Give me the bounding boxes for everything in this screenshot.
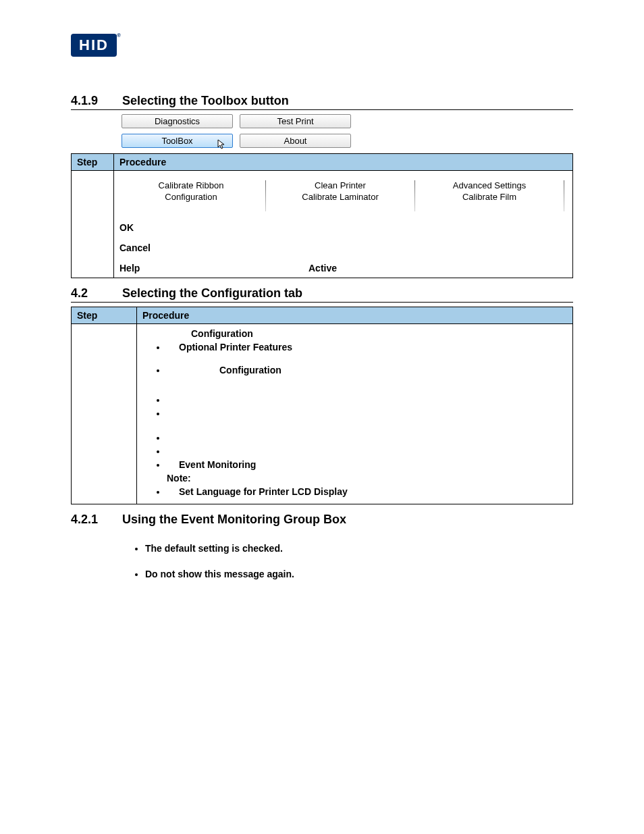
tab-calibrate-ribbon[interactable]: Calibrate Ribbon Configuration (119, 179, 263, 213)
list-item (167, 446, 567, 457)
list-item: Set Language for Printer LCD Display (167, 486, 567, 497)
tab-label: Advanced Settings (453, 180, 526, 190)
config-label: Configuration (191, 328, 567, 339)
list-item: Event Monitoring (167, 459, 567, 470)
about-button[interactable]: About (240, 134, 351, 148)
th-procedure: Procedure (114, 154, 573, 171)
help-label: Help (119, 263, 308, 273)
list-item: Optional Printer Features (167, 342, 567, 353)
step-cell (72, 171, 114, 278)
tab-label: Configuration (119, 192, 263, 203)
item-label: Event Monitoring (179, 459, 256, 470)
list-item (167, 408, 567, 419)
th-step: Step (72, 307, 137, 323)
list-item (167, 432, 567, 443)
procedure-cell: Configuration Optional Printer Features … (137, 323, 573, 504)
tab-label: Clean Printer (315, 180, 366, 190)
active-label: Active (308, 263, 337, 273)
toolbox-button[interactable]: ToolBox (122, 134, 233, 148)
toolbox-button-grid: Diagnostics Test Print ToolBox About (122, 114, 573, 148)
tab-advanced-settings[interactable]: Advanced Settings Calibrate Film (418, 179, 561, 213)
tab-separator (265, 180, 266, 211)
procedure-table-419: Step Procedure Calibrate Ribbon Configur… (71, 153, 573, 278)
tab-label: Calibrate Ribbon (159, 180, 224, 190)
procedure-cell: Calibrate Ribbon Configuration Clean Pri… (114, 171, 573, 278)
step-cell (72, 323, 137, 504)
logo-text: HID (79, 36, 109, 53)
procedure-list: Optional Printer Features Configuration … (142, 342, 567, 470)
procedure-list-2: Set Language for Printer LCD Display (142, 486, 567, 497)
list-item: The default setting is checked. (145, 543, 573, 554)
tab-separator (414, 180, 415, 211)
item-label: Optional Printer Features (179, 342, 292, 353)
note-label: Note: (167, 473, 567, 484)
item-label: Set Language for Printer LCD Display (179, 486, 348, 497)
brand-logo: HID ® (71, 34, 573, 57)
item-label: Configuration (219, 365, 281, 375)
cancel-label: Cancel (119, 242, 567, 253)
body-bullet-list: The default setting is checked. Do not s… (145, 543, 573, 579)
tab-separator (564, 180, 564, 211)
list-item (167, 394, 567, 405)
cursor-icon (217, 139, 227, 152)
registered-mark: ® (117, 32, 122, 38)
list-item: Configuration (167, 365, 567, 375)
th-procedure: Procedure (137, 307, 573, 323)
heading-title: Using the Event Monitoring Group Box (122, 513, 346, 527)
heading-42: 4.2 Selecting the Configuration tab (71, 286, 573, 303)
th-step: Step (72, 154, 114, 171)
diagnostics-button[interactable]: Diagnostics (122, 114, 233, 128)
heading-number: 4.1.9 (71, 94, 103, 108)
list-item: Do not show this message again. (145, 569, 573, 579)
tab-label: Calibrate Laminator (269, 192, 412, 203)
heading-title: Selecting the Configuration tab (122, 286, 302, 301)
test-print-button[interactable]: Test Print (240, 114, 351, 128)
logo-mark: HID ® (71, 34, 117, 57)
toolbox-tabs: Calibrate Ribbon Configuration Clean Pri… (119, 179, 567, 213)
ok-label: OK (119, 222, 567, 233)
heading-421: 4.2.1 Using the Event Monitoring Group B… (71, 513, 573, 528)
heading-number: 4.2.1 (71, 513, 103, 527)
heading-419: 4.1.9 Selecting the Toolbox button (71, 94, 573, 110)
procedure-table-42: Step Procedure Configuration Optional Pr… (71, 307, 573, 504)
toolbox-button-label: ToolBox (161, 136, 192, 146)
tab-label: Calibrate Film (418, 192, 561, 203)
tab-clean-printer[interactable]: Clean Printer Calibrate Laminator (269, 179, 412, 213)
heading-number: 4.2 (71, 286, 103, 301)
heading-title: Selecting the Toolbox button (122, 94, 289, 108)
